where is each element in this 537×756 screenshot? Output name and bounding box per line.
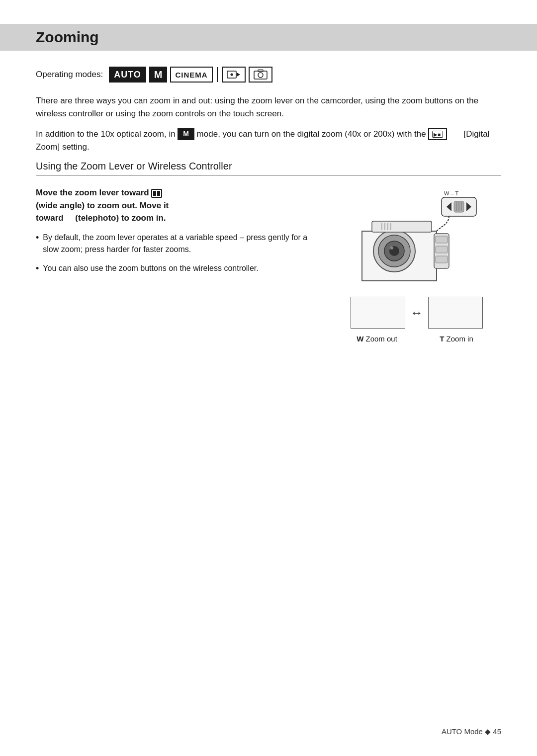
title-bar: Zooming — [0, 24, 537, 51]
bullet-text-2: You can also use the zoom buttons on the… — [43, 262, 258, 275]
col-right: W – T — [332, 186, 501, 343]
zoom-instruction-text2: (wide angle) to zoom out. Move ittoward … — [36, 201, 169, 223]
footer-page-number: 45 — [493, 727, 501, 736]
footer-mode-text: AUTO Mode — [442, 727, 483, 736]
zoom-labels-row: W W Zoom outZoom out T Zoom in — [332, 335, 501, 343]
zoom-instruction-text1: Move the zoom lever toward — [36, 188, 151, 197]
footer-bullet: ◆ — [485, 727, 493, 736]
mode-cinema: CINEMA — [170, 67, 212, 83]
body-paragraph-1: There are three ways you can zoom in and… — [36, 94, 501, 121]
page-title: Zooming — [36, 29, 501, 46]
bullet-dot-1: • — [36, 232, 39, 255]
svg-text:W – T: W – T — [444, 190, 458, 196]
svg-rect-26 — [436, 236, 448, 243]
body-p2-part2: mode, you can turn on the digital zoom (… — [197, 129, 429, 139]
zoom-arrow-icon: ↔ — [410, 305, 423, 321]
wide-angle-icon — [151, 189, 162, 198]
svg-rect-28 — [436, 256, 448, 263]
body-p2-part1: In addition to the 10x optical zoom, in — [36, 129, 176, 139]
bullet-text-1: By default, the zoom lever operates at a… — [43, 232, 317, 255]
mode-separator — [217, 67, 218, 82]
zoom-instruction: Move the zoom lever toward (wide angle) … — [36, 186, 317, 225]
mode-video-icon — [222, 67, 246, 83]
zoom-in-label: T Zoom in — [429, 335, 484, 343]
col-left: Move the zoom lever toward (wide angle) … — [36, 186, 317, 343]
bullet-item-2: • You can also use the zoom buttons on t… — [36, 262, 317, 275]
svg-point-2 — [230, 74, 233, 76]
mode-auto: AUTO — [109, 67, 146, 83]
operating-modes-row: Operating modes: AUTO M CINEMA — [36, 67, 501, 83]
bullet-item-1: • By default, the zoom lever operates at… — [36, 232, 317, 255]
svg-text:▶■: ▶■ — [434, 132, 441, 137]
zoom-out-button-box — [351, 297, 405, 329]
svg-rect-24 — [372, 221, 432, 232]
mode-m: M — [149, 67, 168, 83]
svg-point-23 — [390, 247, 393, 250]
operating-modes-label: Operating modes: — [36, 70, 103, 80]
camcorder-illustration: W – T — [342, 186, 491, 291]
mode-photo-icon — [249, 67, 272, 83]
svg-rect-9 — [153, 191, 156, 196]
svg-rect-10 — [157, 191, 160, 196]
svg-rect-27 — [436, 246, 448, 253]
page-footer: AUTO Mode ◆ 45 — [442, 727, 501, 736]
inline-digital-zoom-icon: ▶■ — [428, 128, 447, 140]
zoom-out-label: W W Zoom outZoom out — [350, 335, 404, 343]
bullet-dot-2: • — [36, 262, 39, 275]
two-col-layout: Move the zoom lever toward (wide angle) … — [36, 186, 501, 343]
section-heading: Using the Zoom Lever or Wireless Control… — [36, 161, 501, 175]
bullet-list: • By default, the zoom lever operates at… — [36, 232, 317, 275]
inline-m-badge: M — [178, 128, 194, 140]
svg-point-4 — [258, 73, 263, 78]
body-paragraph-2: In addition to the 10x optical zoom, in … — [36, 128, 501, 154]
svg-marker-1 — [237, 73, 240, 77]
zoom-buttons-row: ↔ — [332, 297, 501, 329]
zoom-in-button-box — [428, 297, 483, 329]
